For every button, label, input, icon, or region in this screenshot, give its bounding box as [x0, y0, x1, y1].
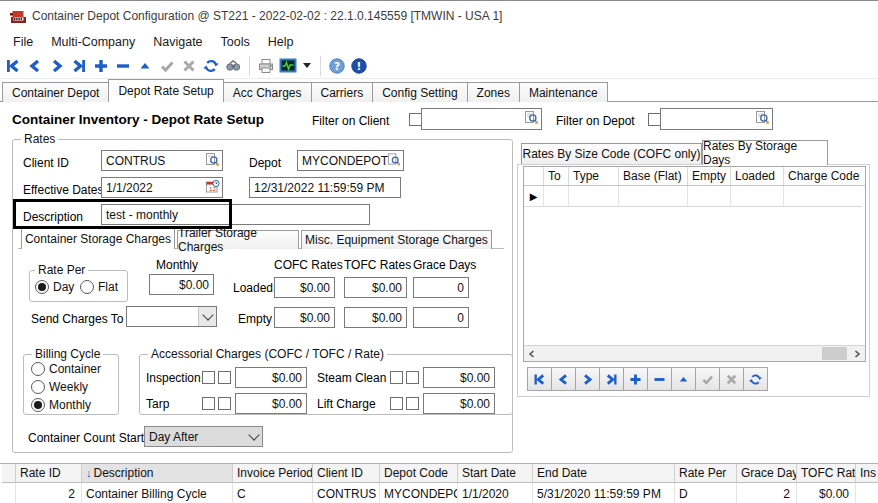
col-header-invoice-period[interactable]: Invoice Period — [233, 464, 313, 483]
next-record-icon[interactable] — [46, 55, 68, 77]
billing-container-radio[interactable]: Container — [31, 362, 101, 376]
lookup-icon[interactable] — [755, 110, 770, 128]
help-icon[interactable]: ? — [326, 55, 348, 77]
col-header-depot-code[interactable]: Depot Code — [380, 464, 458, 483]
lookup-icon[interactable] — [205, 152, 220, 170]
tab-depot-rate-setup[interactable]: Depot Rate Setup — [108, 79, 223, 102]
depot-field[interactable]: MYCONDEPOT — [297, 150, 404, 171]
grid-cell[interactable] — [688, 186, 731, 207]
inspection-cofc-checkbox[interactable] — [202, 371, 215, 384]
cell-rate-id[interactable]: 2 — [16, 483, 82, 503]
filter-depot-input[interactable] — [660, 108, 773, 130]
find-icon[interactable] — [222, 55, 244, 77]
cell-ins[interactable] — [856, 483, 878, 503]
empty-grace-days-field[interactable]: 0 — [413, 307, 469, 328]
grid-cell[interactable] — [731, 186, 784, 207]
menu-help[interactable]: Help — [259, 35, 303, 49]
tab-acc-charges[interactable]: Acc Charges — [223, 82, 312, 102]
effective-end-field[interactable]: 12/31/2022 11:59:59 PM — [249, 177, 401, 198]
grid-cell[interactable] — [619, 186, 688, 207]
cell-invoice-period[interactable]: C — [233, 483, 313, 503]
menu-file[interactable]: File — [4, 35, 42, 49]
refresh-icon[interactable] — [200, 55, 222, 77]
col-header-start-date[interactable]: Start Date — [458, 464, 533, 483]
steam-clean-rate-field[interactable]: $0.00 — [423, 367, 495, 388]
loaded-tofc-field[interactable]: $0.00 — [344, 277, 407, 298]
inspection-rate-field[interactable]: $0.00 — [235, 367, 307, 388]
tab-config-setting[interactable]: Config Setting — [372, 82, 467, 102]
delete-record-icon[interactable] — [112, 55, 134, 77]
tab-rates-by-storage-days[interactable]: Rates By Storage Days — [702, 140, 828, 165]
inspection-tofc-checkbox[interactable] — [218, 371, 231, 384]
last-record-icon[interactable] — [68, 55, 90, 77]
scroll-right-icon[interactable] — [849, 346, 865, 361]
description-field[interactable]: test - monthly — [101, 204, 370, 225]
grid-cell[interactable] — [784, 186, 862, 207]
lookup-icon[interactable] — [524, 110, 539, 128]
collapse-icon[interactable] — [134, 55, 156, 77]
tarp-rate-field[interactable]: $0.00 — [235, 393, 307, 414]
lookup-icon[interactable] — [387, 152, 401, 169]
tab-misc-equipment-storage-charges[interactable]: Misc. Equipment Storage Charges — [301, 230, 492, 249]
empty-cofc-field[interactable]: $0.00 — [274, 307, 335, 328]
grid-add-record-button[interactable] — [623, 367, 648, 391]
tab-carriers[interactable]: Carriers — [311, 82, 374, 102]
col-header-ins[interactable]: Ins — [856, 464, 878, 483]
previous-record-icon[interactable] — [24, 55, 46, 77]
first-record-icon[interactable] — [2, 55, 24, 77]
tarp-tofc-checkbox[interactable] — [218, 397, 231, 410]
cell-grace-days[interactable]: 2 — [737, 483, 797, 503]
empty-tofc-field[interactable]: $0.00 — [344, 307, 407, 328]
cell-description[interactable]: Container Billing Cycle — [82, 483, 233, 503]
save-icon[interactable] — [156, 55, 178, 77]
grid-cell[interactable] — [569, 186, 619, 207]
loaded-grace-days-field[interactable]: 0 — [413, 277, 469, 298]
system-monitor-icon[interactable] — [277, 55, 299, 77]
billing-weekly-radio[interactable]: Weekly — [31, 380, 88, 394]
grid-refresh-button[interactable] — [743, 367, 768, 391]
scrollbar-thumb[interactable] — [822, 347, 847, 360]
grid-header-type[interactable]: Type — [569, 167, 619, 185]
client-id-field[interactable]: CONTRUS — [101, 150, 223, 171]
print-icon[interactable] — [255, 55, 277, 77]
grid-delete-record-button[interactable] — [647, 367, 672, 391]
rate-per-day-radio[interactable]: Day — [35, 280, 74, 294]
grid-header-base-flat[interactable]: Base (Flat) — [619, 167, 688, 185]
send-charges-to-combo[interactable] — [126, 306, 217, 327]
steam-clean-tofc-checkbox[interactable] — [406, 371, 419, 384]
grid-last-record-button[interactable] — [599, 367, 624, 391]
grid-save-button[interactable] — [695, 367, 720, 391]
tab-trailer-storage-charges[interactable]: Trailer Storage Charges — [177, 230, 299, 249]
effective-start-field[interactable]: 1/1/2022 12 — [101, 177, 223, 198]
cell-client-id[interactable]: CONTRUS — [313, 483, 380, 503]
cell-depot-code[interactable]: MYCONDEPOT — [380, 483, 458, 503]
rate-per-flat-radio[interactable]: Flat — [80, 280, 118, 294]
scroll-left-icon[interactable] — [524, 346, 540, 361]
tab-container-depot[interactable]: Container Depot — [2, 82, 109, 102]
lift-charge-tofc-checkbox[interactable] — [406, 397, 419, 410]
chevron-down-icon[interactable] — [245, 427, 262, 446]
tab-zones[interactable]: Zones — [467, 82, 520, 102]
col-header-grace-days[interactable]: Grace Days — [737, 464, 797, 483]
cancel-icon[interactable] — [178, 55, 200, 77]
grid-cell[interactable] — [544, 186, 569, 207]
bottom-grid-row-selector[interactable] — [2, 483, 16, 503]
grid-header-empty[interactable]: Empty — [688, 167, 731, 185]
lift-charge-cofc-checkbox[interactable] — [390, 397, 403, 410]
dropdown-arrow-icon[interactable] — [303, 63, 311, 68]
monthly-rate-field[interactable]: $0.00 — [149, 274, 214, 295]
grid-cancel-button[interactable] — [719, 367, 744, 391]
container-count-start-combo[interactable]: Day After — [144, 426, 263, 447]
grid-header-loaded[interactable]: Loaded — [731, 167, 784, 185]
cell-rate-per[interactable]: D — [675, 483, 737, 503]
tab-maintenance[interactable]: Maintenance — [519, 82, 608, 102]
col-header-tofc-rate[interactable]: TOFC Rate — [797, 464, 856, 483]
grid-collapse-button[interactable] — [671, 367, 696, 391]
menu-navigate[interactable]: Navigate — [144, 35, 211, 49]
grid-horizontal-scrollbar[interactable] — [524, 345, 865, 361]
lift-charge-rate-field[interactable]: $0.00 — [423, 393, 495, 414]
menu-tools[interactable]: Tools — [212, 35, 259, 49]
row-selector-cell[interactable]: ▶ — [524, 186, 544, 207]
cell-start-date[interactable]: 1/1/2020 — [458, 483, 533, 503]
steam-clean-cofc-checkbox[interactable] — [390, 371, 403, 384]
